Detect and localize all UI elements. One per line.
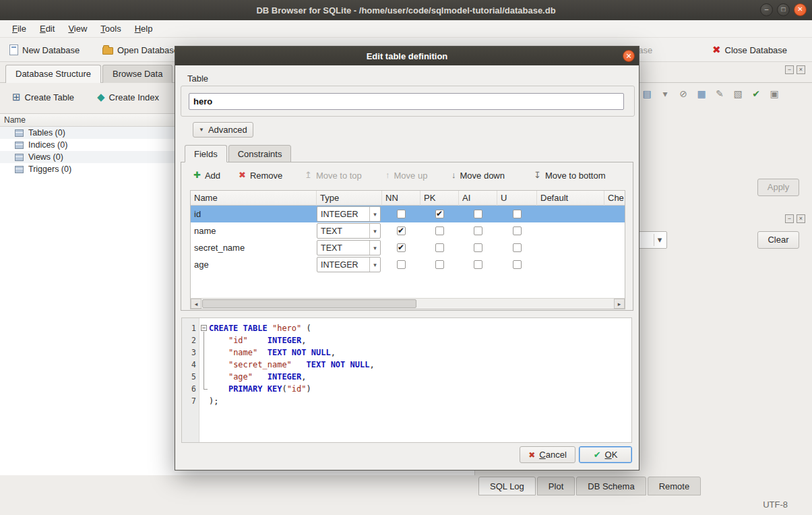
pk-checkbox-secret-name[interactable] xyxy=(435,243,444,252)
ai-checkbox-secret-name[interactable] xyxy=(474,243,482,252)
print-icon[interactable]: ▣ xyxy=(768,87,781,100)
menu-file[interactable]: File xyxy=(5,21,33,36)
export-icon[interactable]: ▾ xyxy=(658,87,672,100)
ok-button[interactable]: ✔ OK xyxy=(579,446,632,463)
fold-marker[interactable]: − xyxy=(199,322,209,334)
field-row-id[interactable]: idINTEGER▾ xyxy=(191,206,625,222)
close-database-button[interactable]: ✖ Close Database xyxy=(712,42,787,58)
tab-sql-log[interactable]: SQL Log xyxy=(478,477,536,495)
sql-text: "age" INTEGER, xyxy=(209,371,307,383)
table-name-input[interactable] xyxy=(189,93,624,110)
tab-constraints[interactable]: Constraints xyxy=(228,145,292,162)
nn-checkbox-id[interactable] xyxy=(397,210,406,218)
chevron-down-icon: ▾ xyxy=(369,224,380,238)
column-header-nn[interactable]: NN xyxy=(382,191,420,206)
field-row-secret-name[interactable]: secret_nameTEXT▾ xyxy=(191,239,625,256)
dock-float-icon[interactable]: − xyxy=(785,65,794,74)
grid-hscrollbar[interactable]: ◂ ▸ xyxy=(191,298,625,309)
table-icon[interactable]: ▦ xyxy=(695,87,708,100)
menu-help[interactable]: Help xyxy=(128,21,160,36)
nn-checkbox-age[interactable] xyxy=(397,260,406,269)
fold-collapse-icon[interactable]: − xyxy=(201,325,207,331)
field-row-name[interactable]: nameTEXT▾ xyxy=(191,222,625,239)
column-header-che[interactable]: Che xyxy=(604,191,625,206)
menu-view[interactable]: View xyxy=(61,21,94,36)
column-header-name[interactable]: Name xyxy=(191,191,317,206)
open-database-button[interactable]: Open Database xyxy=(102,42,179,58)
scroll-right-icon[interactable]: ▸ xyxy=(614,299,625,309)
remove-button[interactable]: ✖Remove xyxy=(239,168,282,183)
scroll-left-icon[interactable]: ◂ xyxy=(191,299,201,309)
pattern-icon[interactable]: ▧ xyxy=(731,87,745,100)
u-checkbox-id[interactable] xyxy=(513,210,522,218)
pk-checkbox-name[interactable] xyxy=(435,226,444,235)
move-to-top-button[interactable]: ↥Move to top xyxy=(305,168,362,183)
clear-button[interactable]: Clear xyxy=(757,231,799,249)
create-table-label: Create Table xyxy=(25,92,74,102)
u-checkbox-name[interactable] xyxy=(513,226,522,235)
u-cell xyxy=(497,222,537,239)
nn-cell xyxy=(382,206,420,222)
column-header-ai[interactable]: AI xyxy=(459,191,497,206)
pk-checkbox-id[interactable] xyxy=(435,210,444,218)
ai-checkbox-name[interactable] xyxy=(474,226,482,235)
new-database-button[interactable]: New Database xyxy=(9,42,80,58)
remove-icon: ✖ xyxy=(239,170,246,181)
dialog-close-icon[interactable]: ✕ xyxy=(623,50,635,62)
ai-checkbox-age[interactable] xyxy=(474,260,482,269)
ok-label: OK xyxy=(605,450,618,460)
column-header-type[interactable]: Type xyxy=(317,191,382,206)
nn-checkbox-name[interactable] xyxy=(397,226,406,235)
dock-close-icon[interactable]: × xyxy=(797,214,805,223)
create-table-button[interactable]: ⊞ Create Table xyxy=(7,88,80,106)
type-select-name[interactable]: TEXT▾ xyxy=(317,223,381,239)
type-select-age[interactable]: INTEGER▾ xyxy=(317,257,381,272)
apply-label: Apply xyxy=(768,182,790,192)
u-checkbox-secret-name[interactable] xyxy=(513,243,522,252)
edit-icon[interactable]: ✎ xyxy=(713,87,726,100)
menu-tools[interactable]: Tools xyxy=(94,21,127,36)
move-down-button[interactable]: ↓Move down xyxy=(451,168,505,183)
add-label: Add xyxy=(205,171,220,181)
dialog-title: Edit table definition xyxy=(367,51,448,61)
import-icon[interactable]: ▤ xyxy=(640,87,654,100)
scrollbar-thumb[interactable] xyxy=(202,299,416,308)
create-index-button[interactable]: ◆ Create Index xyxy=(92,88,164,106)
add-button[interactable]: ✚Add xyxy=(193,168,220,183)
nn-checkbox-secret-name[interactable] xyxy=(397,243,406,252)
sql-code-area[interactable]: 1−CREATE TABLE "hero" (2 "id" INTEGER,3 … xyxy=(182,322,631,407)
tab-fields[interactable]: Fields xyxy=(185,145,227,162)
move-up-button[interactable]: ↑Move up xyxy=(385,168,427,183)
apply-cell-icon[interactable]: ✔ xyxy=(749,87,763,100)
tab-remote[interactable]: Remote xyxy=(648,477,701,495)
column-header-pk[interactable]: PK xyxy=(420,191,459,206)
tab-db-schema[interactable]: DB Schema xyxy=(576,477,646,495)
column-header-u[interactable]: U xyxy=(497,191,537,206)
set-null-icon[interactable]: ⊘ xyxy=(677,87,690,100)
tab-plot[interactable]: Plot xyxy=(537,477,575,495)
apply-button[interactable]: Apply xyxy=(757,179,799,196)
type-select-id[interactable]: INTEGER▾ xyxy=(317,206,381,222)
menu-edit[interactable]: Edit xyxy=(33,21,61,36)
move-up-label: Move up xyxy=(394,171,428,181)
tab-browse-data[interactable]: Browse Data xyxy=(102,65,173,83)
pk-checkbox-age[interactable] xyxy=(435,260,444,269)
advanced-toggle-button[interactable]: ▼ Advanced xyxy=(193,122,253,138)
type-select-secret-name[interactable]: TEXT▾ xyxy=(317,240,381,255)
type-select-value: TEXT xyxy=(321,243,342,253)
maximize-icon[interactable]: □ xyxy=(777,3,790,16)
move-to-bottom-button[interactable]: ↧Move to bottom xyxy=(534,168,606,183)
close-database-icon: ✖ xyxy=(712,44,721,55)
ai-checkbox-id[interactable] xyxy=(474,210,482,218)
field-name-cell: id xyxy=(191,206,317,222)
minimize-icon[interactable]: – xyxy=(760,3,773,16)
tab-database-structure[interactable]: Database Structure xyxy=(5,65,101,83)
field-row-age[interactable]: ageINTEGER▾ xyxy=(191,256,625,273)
close-icon[interactable]: ✕ xyxy=(794,3,807,16)
dock-float-icon[interactable]: − xyxy=(785,214,794,223)
u-checkbox-age[interactable] xyxy=(513,260,522,269)
dock-close-icon[interactable]: × xyxy=(797,65,805,74)
column-header-default[interactable]: Default xyxy=(537,191,604,206)
cancel-button[interactable]: ✖ Cancel xyxy=(520,446,575,463)
type-select-value: INTEGER xyxy=(321,260,358,270)
